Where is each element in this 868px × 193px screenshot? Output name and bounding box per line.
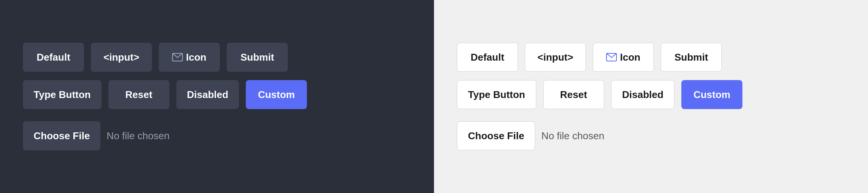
dark-disabled-button[interactable]: Disabled xyxy=(176,80,239,109)
dark-default-button[interactable]: Default xyxy=(23,43,84,72)
light-typebutton-button[interactable]: Type Button xyxy=(457,80,536,109)
dark-row-1: Default <input> Icon Submit xyxy=(23,43,288,72)
light-choose-file-button[interactable]: Choose File xyxy=(457,121,535,150)
light-custom-button[interactable]: Custom xyxy=(681,80,742,109)
dark-file-row: Choose File No file chosen xyxy=(23,121,169,150)
dark-row-2: Type Button Reset Disabled Custom xyxy=(23,80,307,109)
light-reset-button[interactable]: Reset xyxy=(543,80,604,109)
light-default-button[interactable]: Default xyxy=(457,43,518,72)
dark-panel: Default <input> Icon Submit Type Button … xyxy=(0,0,434,193)
light-no-file-label: No file chosen xyxy=(541,130,604,142)
envelope-icon-dark xyxy=(172,53,183,61)
light-submit-button[interactable]: Submit xyxy=(661,43,722,72)
dark-input-button[interactable]: <input> xyxy=(91,43,152,72)
light-row-1: Default <input> Icon Submit xyxy=(457,43,722,72)
dark-no-file-label: No file chosen xyxy=(106,130,169,142)
dark-submit-button[interactable]: Submit xyxy=(227,43,288,72)
dark-icon-button[interactable]: Icon xyxy=(159,43,220,72)
light-file-row: Choose File No file chosen xyxy=(457,121,604,150)
light-row-2: Type Button Reset Disabled Custom xyxy=(457,80,742,109)
light-disabled-button[interactable]: Disabled xyxy=(611,80,674,109)
light-panel: Default <input> Icon Submit Type Button … xyxy=(434,0,868,193)
dark-icon-button-label: Icon xyxy=(186,51,206,63)
dark-choose-file-button[interactable]: Choose File xyxy=(23,121,100,150)
dark-typebutton-button[interactable]: Type Button xyxy=(23,80,102,109)
light-input-button[interactable]: <input> xyxy=(525,43,586,72)
dark-custom-button[interactable]: Custom xyxy=(246,80,307,109)
dark-reset-button[interactable]: Reset xyxy=(108,80,169,109)
light-icon-button[interactable]: Icon xyxy=(593,43,654,72)
light-icon-button-label: Icon xyxy=(620,51,640,63)
envelope-icon-light xyxy=(606,53,617,61)
